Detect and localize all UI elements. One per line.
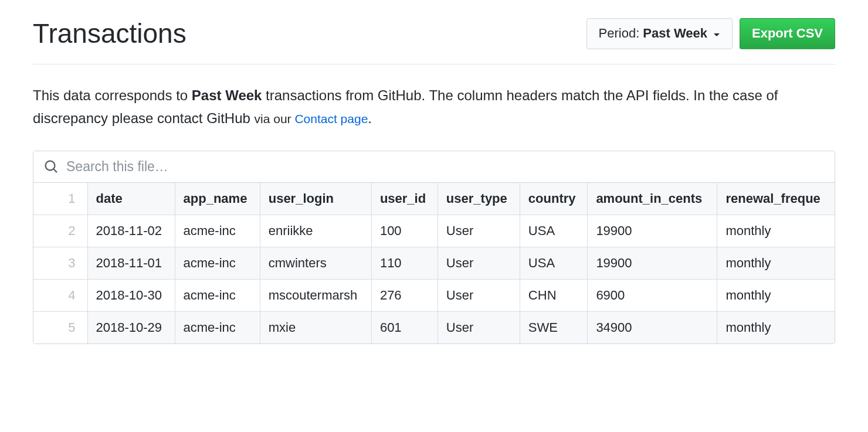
table-cell: 2018-10-29 — [87, 311, 175, 343]
period-dropdown[interactable]: Period: Past Week — [586, 18, 733, 49]
table-cell: 276 — [371, 279, 438, 311]
table-cell: 19900 — [588, 215, 717, 247]
intro-period: Past Week — [192, 87, 262, 103]
search-icon — [44, 159, 58, 174]
col-renewal-frequency: renewal_freque — [717, 183, 835, 215]
line-number: 3 — [33, 247, 87, 279]
line-number-header: 1 — [33, 183, 87, 215]
table-cell: CHN — [520, 279, 588, 311]
col-amount-in-cents: amount_in_cents — [588, 183, 717, 215]
intro-text: This data corresponds to Past Week trans… — [33, 84, 835, 130]
file-panel: 1 date app_name user_login user_id user_… — [33, 151, 835, 344]
table-cell: 6900 — [588, 279, 717, 311]
col-user-type: user_type — [438, 183, 520, 215]
table-cell: SWE — [520, 311, 588, 343]
table-cell: User — [438, 311, 520, 343]
line-number: 4 — [33, 279, 87, 311]
period-value: Past Week — [643, 25, 707, 43]
line-number: 5 — [33, 311, 87, 343]
export-csv-button[interactable]: Export CSV — [740, 18, 835, 49]
table-cell: 2018-11-02 — [87, 215, 175, 247]
table-cell: monthly — [717, 247, 835, 279]
page-title: Transactions — [33, 18, 187, 50]
caret-down-icon — [713, 25, 720, 43]
table-cell: 2018-11-01 — [87, 247, 175, 279]
col-date: date — [87, 183, 175, 215]
table-cell: 19900 — [588, 247, 717, 279]
file-search-bar — [33, 151, 835, 183]
col-user-id: user_id — [371, 183, 438, 215]
col-user-login: user_login — [260, 183, 371, 215]
table-cell: monthly — [717, 279, 835, 311]
header-actions: Period: Past Week Export CSV — [586, 18, 835, 49]
table-cell: USA — [520, 247, 588, 279]
table-row: 22018-11-02acme-incenriikke100UserUSA199… — [33, 215, 835, 247]
table-cell: monthly — [717, 215, 835, 247]
transactions-table: 1 date app_name user_login user_id user_… — [33, 183, 835, 343]
table-cell: acme-inc — [175, 311, 260, 343]
table-cell: User — [438, 215, 520, 247]
table-cell: USA — [520, 215, 588, 247]
col-app-name: app_name — [175, 183, 260, 215]
col-country: country — [520, 183, 588, 215]
contact-page-link[interactable]: Contact page — [294, 112, 368, 125]
table-cell: 2018-10-30 — [87, 279, 175, 311]
table-cell: acme-inc — [175, 215, 260, 247]
table-cell: enriikke — [260, 215, 371, 247]
table-cell: acme-inc — [175, 279, 260, 311]
table-row: 52018-10-29acme-incmxie601UserSWE34900mo… — [33, 311, 835, 343]
table-cell: mscoutermarsh — [260, 279, 371, 311]
table-cell: 100 — [371, 215, 438, 247]
table-cell: 34900 — [588, 311, 717, 343]
table-row: 42018-10-30acme-incmscoutermarsh276UserC… — [33, 279, 835, 311]
table-cell: User — [438, 247, 520, 279]
table-cell: acme-inc — [175, 247, 260, 279]
table-cell: User — [438, 279, 520, 311]
table-row: 32018-11-01acme-inccmwinters110UserUSA19… — [33, 247, 835, 279]
table-cell: 110 — [371, 247, 438, 279]
table-cell: cmwinters — [260, 247, 371, 279]
table-cell: monthly — [717, 311, 835, 343]
line-number: 2 — [33, 215, 87, 247]
table-header-row: 1 date app_name user_login user_id user_… — [33, 183, 835, 215]
period-prefix: Period: — [599, 25, 640, 43]
page-header: Transactions Period: Past Week Export CS… — [33, 18, 835, 64]
table-cell: mxie — [260, 311, 371, 343]
table-cell: 601 — [371, 311, 438, 343]
search-input[interactable] — [65, 158, 824, 175]
